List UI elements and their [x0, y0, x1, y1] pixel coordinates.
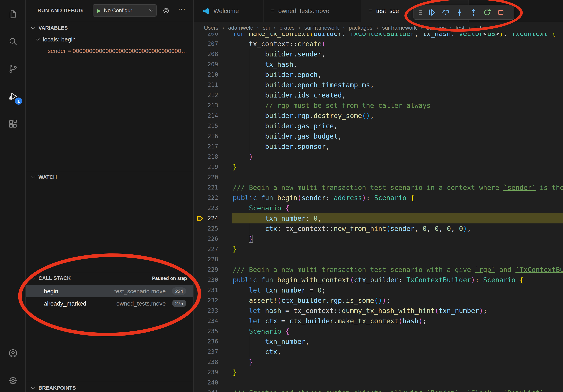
line-number[interactable]: 212: [194, 90, 218, 100]
breadcrumb-item[interactable]: packages: [349, 24, 372, 31]
step-out-icon[interactable]: [468, 7, 479, 18]
code-text[interactable]: builder.sponsor,: [233, 141, 563, 152]
line-number[interactable]: 235: [194, 326, 218, 336]
line-number[interactable]: 228: [194, 254, 218, 264]
tab-welcome[interactable]: Welcome: [194, 0, 264, 22]
code-line[interactable]: 214 builder.rgp.destroy_some(),: [194, 111, 563, 121]
code-line[interactable]: 229/// Begin a new multi-transaction tes…: [194, 264, 563, 275]
code-text[interactable]: }: [233, 367, 563, 377]
line-number[interactable]: 211: [194, 80, 218, 90]
code-line[interactable]: 231 let txn_number = 0;: [194, 285, 563, 295]
extensions-icon[interactable]: [8, 119, 18, 129]
code-line[interactable]: 238 }: [194, 357, 563, 367]
variable-row[interactable]: sender = 0000000000000000000000000000000…: [26, 45, 193, 56]
code-text[interactable]: builder.epoch_timestamp_ms,: [233, 80, 563, 90]
code-line[interactable]: 217 builder.sponsor,: [194, 141, 563, 152]
code-text[interactable]: /// Begin a new multi-transaction test s…: [233, 264, 563, 275]
code-text[interactable]: txn_number: 0,: [233, 213, 563, 223]
line-number[interactable]: 209: [194, 59, 218, 69]
line-number[interactable]: 218: [194, 152, 218, 162]
code-text[interactable]: let ctx = ctx_builder.make_tx_context(ha…: [233, 316, 563, 326]
code-text[interactable]: fun make_tx_context(builder: TxContextBu…: [233, 33, 563, 39]
line-number[interactable]: 229: [194, 264, 218, 275]
breadcrumb-item[interactable]: test: [456, 24, 465, 31]
step-into-icon[interactable]: [454, 7, 465, 18]
code-text[interactable]: // rgp must be set from the caller alway…: [233, 100, 563, 111]
code-line[interactable]: 241/// Creates and shares system objects…: [194, 388, 563, 392]
code-line[interactable]: 213 // rgp must be set from the caller a…: [194, 100, 563, 111]
code-line[interactable]: 220: [194, 172, 563, 182]
source-control-icon[interactable]: [8, 64, 18, 74]
code-text[interactable]: builder.ids_created,: [233, 90, 563, 100]
code-line[interactable]: 218 ): [194, 152, 563, 162]
line-number[interactable]: 234: [194, 316, 218, 326]
line-number[interactable]: 220: [194, 172, 218, 182]
code-text[interactable]: ctx: tx_context::new_from_hint(sender, 0…: [233, 223, 563, 234]
code-line[interactable]: 233 let hash = tx_context::dummy_tx_hash…: [194, 306, 563, 316]
code-line[interactable]: 236 txn_number,: [194, 336, 563, 347]
line-number[interactable]: 233: [194, 306, 218, 316]
code-line[interactable]: 239}: [194, 367, 563, 377]
toolbar-drag-handle-icon[interactable]: [417, 7, 424, 18]
code-line[interactable]: 223 Scenario {: [194, 203, 563, 213]
breadcrumb-item[interactable]: sui-framework: [304, 24, 339, 31]
section-header-call-stack[interactable]: CALL STACK Paused on step: [26, 272, 193, 284]
line-number[interactable]: 227: [194, 244, 218, 254]
code-text[interactable]: builder.epoch,: [233, 69, 563, 80]
code-line[interactable]: 225 ctx: tx_context::new_from_hint(sende…: [194, 223, 563, 234]
code-line[interactable]: 222public fun begin(sender: address): Sc…: [194, 193, 563, 203]
breadcrumb-item[interactable]: sources: [426, 24, 446, 31]
code-text[interactable]: }: [233, 234, 563, 244]
section-header-breakpoints[interactable]: BREAKPOINTS: [26, 382, 193, 392]
line-number[interactable]: 237: [194, 347, 218, 357]
debug-config-dropdown[interactable]: ▶ No Configur: [93, 4, 157, 17]
restart-icon[interactable]: [481, 7, 493, 18]
code-line[interactable]: 208 builder.sender,: [194, 49, 563, 59]
code-text[interactable]: }: [233, 244, 563, 254]
code-line[interactable]: 219}: [194, 162, 563, 172]
stop-icon[interactable]: [495, 7, 507, 18]
code-line[interactable]: 230public fun begin_with_context(ctx_bui…: [194, 275, 563, 285]
line-number[interactable]: 231: [194, 285, 218, 295]
breadcrumb-item[interactable]: sui: [263, 24, 270, 31]
settings-gear-icon[interactable]: [8, 375, 18, 386]
breadcrumb-item[interactable]: te: [480, 24, 484, 31]
line-number[interactable]: 241: [194, 388, 218, 392]
line-number[interactable]: 208: [194, 49, 218, 59]
line-number[interactable]: 226: [194, 234, 218, 244]
code-text[interactable]: Scenario {: [233, 203, 563, 213]
breadcrumb-item[interactable]: crates: [280, 24, 294, 31]
section-header-watch[interactable]: WATCH: [26, 171, 193, 183]
breadcrumb-item[interactable]: Users: [204, 24, 218, 31]
code-text[interactable]: assert!(ctx_builder.rgp.is_some());: [233, 295, 563, 306]
code-line[interactable]: 240: [194, 377, 563, 388]
line-number[interactable]: 215: [194, 121, 218, 131]
line-number[interactable]: 219: [194, 162, 218, 172]
code-line[interactable]: 221/// Begin a new multi-transaction tes…: [194, 182, 563, 193]
code-line[interactable]: 227}: [194, 244, 563, 254]
line-number[interactable]: 207: [194, 39, 218, 49]
code-line[interactable]: 237 ctx,: [194, 347, 563, 357]
code-line[interactable]: 215 builder.gas_price,: [194, 121, 563, 131]
breadcrumb-item[interactable]: sui-framework: [382, 24, 417, 31]
line-number[interactable]: 206: [194, 33, 218, 39]
code-line[interactable]: 234 let ctx = ctx_builder.make_tx_contex…: [194, 316, 563, 326]
step-over-icon[interactable]: [440, 7, 451, 18]
line-number[interactable]: 223: [194, 203, 218, 213]
section-header-variables[interactable]: VARIABLES: [26, 22, 193, 34]
line-number[interactable]: 221: [194, 182, 218, 193]
code-text[interactable]: }: [233, 357, 563, 367]
code-line[interactable]: 224 txn_number: 0,: [194, 213, 563, 223]
line-number[interactable]: 217: [194, 141, 218, 152]
code-text[interactable]: public fun begin_with_context(ctx_builde…: [233, 275, 563, 285]
code-text[interactable]: ctx,: [233, 347, 563, 357]
code-text[interactable]: builder.sender,: [233, 49, 563, 59]
line-number[interactable]: 236: [194, 336, 218, 347]
tab-owned-tests[interactable]: ≡ owned_tests.move: [264, 0, 361, 22]
code-line[interactable]: 216 builder.gas_budget,: [194, 131, 563, 141]
code-text[interactable]: tx_context::create(: [233, 39, 563, 49]
more-actions-icon[interactable]: ⋯: [178, 5, 185, 13]
code-text[interactable]: txn_number,: [233, 336, 563, 347]
code-text[interactable]: builder.gas_budget,: [233, 131, 563, 141]
line-number[interactable]: 214: [194, 111, 218, 121]
